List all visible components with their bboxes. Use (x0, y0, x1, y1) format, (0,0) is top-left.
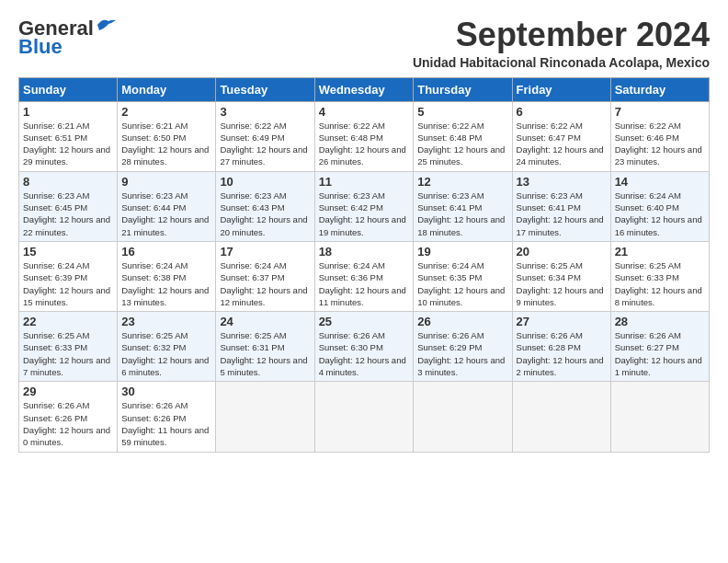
day-number: 9 (121, 175, 211, 189)
day-number: 30 (121, 385, 211, 398)
day-info: Sunrise: 6:25 AMSunset: 6:33 PMDaylight:… (23, 329, 113, 378)
day-info: Sunrise: 6:25 AMSunset: 6:32 PMDaylight:… (121, 329, 211, 378)
day-number: 14 (615, 175, 705, 189)
day-number: 15 (23, 245, 113, 259)
calendar-cell-8: 8Sunrise: 6:23 AMSunset: 6:45 PMDaylight… (19, 171, 118, 241)
day-info: Sunrise: 6:26 AMSunset: 6:26 PMDaylight:… (121, 399, 211, 448)
page: General Blue September 2024 Unidad Habit… (0, 0, 728, 462)
calendar-cell-12: 12Sunrise: 6:23 AMSunset: 6:41 PMDayligh… (414, 171, 512, 241)
calendar-cell-empty (512, 382, 610, 452)
day-number: 5 (417, 105, 507, 119)
day-info: Sunrise: 6:22 AMSunset: 6:49 PMDaylight:… (220, 120, 310, 168)
calendar-row-4: 22Sunrise: 6:25 AMSunset: 6:33 PMDayligh… (19, 312, 710, 382)
calendar-cell-9: 9Sunrise: 6:23 AMSunset: 6:44 PMDaylight… (118, 171, 216, 241)
day-info: Sunrise: 6:26 AMSunset: 6:30 PMDaylight:… (319, 329, 410, 378)
month-title: September 2024 (116, 17, 710, 53)
day-number: 11 (319, 175, 410, 189)
day-info: Sunrise: 6:24 AMSunset: 6:35 PMDaylight:… (417, 259, 507, 308)
day-info: Sunrise: 6:23 AMSunset: 6:41 PMDaylight:… (417, 190, 507, 238)
header: General Blue September 2024 Unidad Habit… (18, 17, 710, 70)
day-number: 28 (615, 315, 705, 328)
day-number: 6 (517, 105, 607, 119)
day-number: 16 (121, 245, 211, 259)
day-info: Sunrise: 6:23 AMSunset: 6:41 PMDaylight:… (517, 190, 607, 238)
day-number: 25 (319, 315, 410, 328)
day-number: 1 (23, 105, 113, 119)
calendar-row-1: 1Sunrise: 6:21 AMSunset: 6:51 PMDaylight… (19, 101, 710, 171)
calendar-cell-18: 18Sunrise: 6:24 AMSunset: 6:36 PMDayligh… (314, 241, 414, 311)
calendar-cell-empty (216, 382, 314, 452)
day-info: Sunrise: 6:26 AMSunset: 6:28 PMDaylight:… (517, 329, 607, 378)
calendar-cell-13: 13Sunrise: 6:23 AMSunset: 6:41 PMDayligh… (512, 171, 610, 241)
calendar-cell-7: 7Sunrise: 6:22 AMSunset: 6:46 PMDaylight… (610, 101, 709, 171)
day-number: 27 (517, 315, 607, 328)
calendar-table: SundayMondayTuesdayWednesdayThursdayFrid… (18, 77, 710, 453)
calendar-cell-15: 15Sunrise: 6:24 AMSunset: 6:39 PMDayligh… (19, 241, 118, 311)
calendar-cell-30: 30Sunrise: 6:26 AMSunset: 6:26 PMDayligh… (118, 382, 216, 452)
day-info: Sunrise: 6:21 AMSunset: 6:50 PMDaylight:… (121, 120, 211, 168)
calendar-cell-25: 25Sunrise: 6:26 AMSunset: 6:30 PMDayligh… (314, 312, 414, 382)
day-info: Sunrise: 6:22 AMSunset: 6:48 PMDaylight:… (417, 120, 507, 168)
calendar-cell-24: 24Sunrise: 6:25 AMSunset: 6:31 PMDayligh… (216, 312, 314, 382)
calendar-header-wednesday: Wednesday (314, 77, 414, 101)
day-number: 24 (220, 315, 310, 328)
day-number: 20 (517, 245, 607, 259)
day-info: Sunrise: 6:26 AMSunset: 6:26 PMDaylight:… (23, 399, 113, 448)
calendar-cell-17: 17Sunrise: 6:24 AMSunset: 6:37 PMDayligh… (216, 241, 314, 311)
day-info: Sunrise: 6:24 AMSunset: 6:37 PMDaylight:… (220, 259, 310, 308)
day-info: Sunrise: 6:25 AMSunset: 6:34 PMDaylight:… (517, 259, 607, 308)
day-number: 3 (220, 105, 310, 119)
calendar-cell-empty (414, 382, 512, 452)
calendar-cell-11: 11Sunrise: 6:23 AMSunset: 6:42 PMDayligh… (314, 171, 414, 241)
day-info: Sunrise: 6:24 AMSunset: 6:36 PMDaylight:… (319, 259, 410, 308)
subtitle: Unidad Habitacional Rinconada Acolapa, M… (116, 55, 710, 70)
day-info: Sunrise: 6:26 AMSunset: 6:27 PMDaylight:… (615, 329, 705, 378)
day-info: Sunrise: 6:22 AMSunset: 6:48 PMDaylight:… (319, 120, 410, 168)
calendar-cell-empty (314, 382, 414, 452)
calendar-cell-22: 22Sunrise: 6:25 AMSunset: 6:33 PMDayligh… (19, 312, 118, 382)
logo-blue: Blue (18, 35, 63, 59)
day-number: 12 (417, 175, 507, 189)
day-info: Sunrise: 6:21 AMSunset: 6:51 PMDaylight:… (23, 120, 113, 168)
calendar-cell-10: 10Sunrise: 6:23 AMSunset: 6:43 PMDayligh… (216, 171, 314, 241)
day-info: Sunrise: 6:22 AMSunset: 6:47 PMDaylight:… (517, 120, 607, 168)
day-number: 17 (220, 245, 310, 259)
calendar-cell-5: 5Sunrise: 6:22 AMSunset: 6:48 PMDaylight… (414, 101, 512, 171)
calendar-cell-27: 27Sunrise: 6:26 AMSunset: 6:28 PMDayligh… (512, 312, 610, 382)
calendar-cell-19: 19Sunrise: 6:24 AMSunset: 6:35 PMDayligh… (414, 241, 512, 311)
calendar-cell-6: 6Sunrise: 6:22 AMSunset: 6:47 PMDaylight… (512, 101, 610, 171)
logo-bird-icon (96, 17, 116, 32)
calendar-cell-20: 20Sunrise: 6:25 AMSunset: 6:34 PMDayligh… (512, 241, 610, 311)
calendar-cell-21: 21Sunrise: 6:25 AMSunset: 6:33 PMDayligh… (610, 241, 709, 311)
day-number: 2 (121, 105, 211, 119)
calendar-header-saturday: Saturday (610, 77, 709, 101)
calendar-cell-14: 14Sunrise: 6:24 AMSunset: 6:40 PMDayligh… (610, 171, 709, 241)
day-info: Sunrise: 6:23 AMSunset: 6:44 PMDaylight:… (121, 190, 211, 238)
calendar-header-sunday: Sunday (19, 77, 118, 101)
day-number: 29 (23, 385, 113, 398)
calendar-header-friday: Friday (512, 77, 610, 101)
day-number: 7 (615, 105, 705, 119)
day-info: Sunrise: 6:25 AMSunset: 6:33 PMDaylight:… (615, 259, 705, 308)
day-number: 13 (517, 175, 607, 189)
day-number: 4 (319, 105, 410, 119)
day-number: 21 (615, 245, 705, 259)
day-number: 22 (23, 315, 113, 328)
day-info: Sunrise: 6:24 AMSunset: 6:39 PMDaylight:… (23, 259, 113, 308)
calendar-cell-28: 28Sunrise: 6:26 AMSunset: 6:27 PMDayligh… (610, 312, 709, 382)
day-info: Sunrise: 6:26 AMSunset: 6:29 PMDaylight:… (417, 329, 507, 378)
calendar-cell-empty (610, 382, 709, 452)
day-number: 19 (417, 245, 507, 259)
calendar-cell-23: 23Sunrise: 6:25 AMSunset: 6:32 PMDayligh… (118, 312, 216, 382)
calendar-cell-4: 4Sunrise: 6:22 AMSunset: 6:48 PMDaylight… (314, 101, 414, 171)
day-info: Sunrise: 6:23 AMSunset: 6:42 PMDaylight:… (319, 190, 410, 238)
day-number: 23 (121, 315, 211, 328)
day-info: Sunrise: 6:22 AMSunset: 6:46 PMDaylight:… (615, 120, 705, 168)
day-number: 18 (319, 245, 410, 259)
calendar-cell-26: 26Sunrise: 6:26 AMSunset: 6:29 PMDayligh… (414, 312, 512, 382)
calendar-row-2: 8Sunrise: 6:23 AMSunset: 6:45 PMDaylight… (19, 171, 710, 241)
calendar-cell-3: 3Sunrise: 6:22 AMSunset: 6:49 PMDaylight… (216, 101, 314, 171)
calendar-row-5: 29Sunrise: 6:26 AMSunset: 6:26 PMDayligh… (19, 382, 710, 452)
calendar-cell-1: 1Sunrise: 6:21 AMSunset: 6:51 PMDaylight… (19, 101, 118, 171)
day-number: 10 (220, 175, 310, 189)
